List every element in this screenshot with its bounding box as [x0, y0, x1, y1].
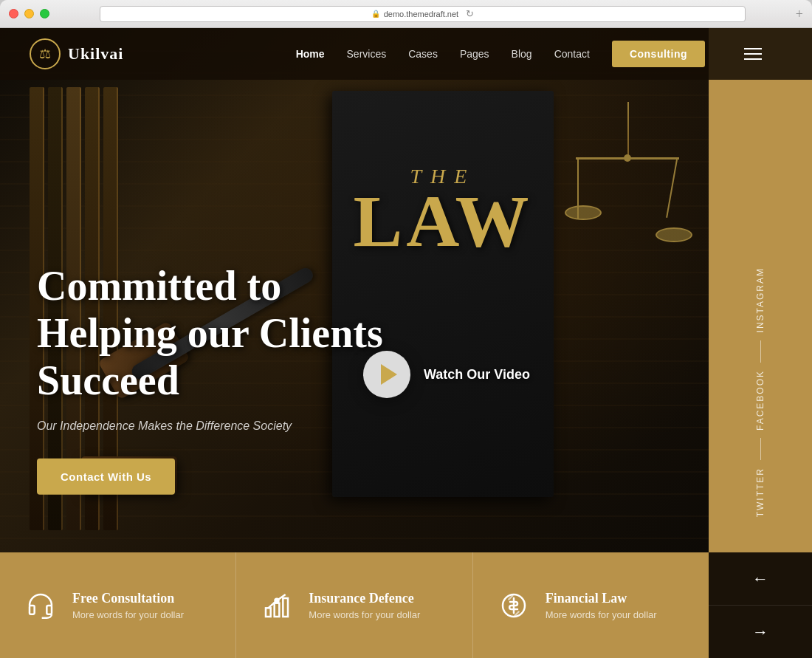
social-divider-2	[760, 438, 761, 460]
chart-svg	[262, 591, 292, 620]
refresh-icon[interactable]: ↻	[466, 8, 474, 19]
scales-chain	[627, 102, 629, 161]
scales-left-pan	[565, 205, 602, 220]
svg-rect-2	[266, 608, 271, 617]
next-arrow[interactable]: →	[709, 606, 812, 658]
svg-rect-0	[30, 606, 35, 614]
service-insurance[interactable]: Insurance Defence More words for your do…	[236, 552, 472, 658]
video-label: Watch Our Video	[424, 367, 530, 383]
hamburger-line-1	[744, 48, 762, 49]
scales-arm	[576, 157, 679, 160]
logo-text: Ukilvai	[68, 44, 123, 64]
social-links: Instagram Facebook Twitter	[751, 261, 769, 523]
service-financial-desc: More words for your dollar	[546, 609, 657, 620]
social-sidebar: Instagram Facebook Twitter	[709, 28, 812, 552]
nav-cases[interactable]: Cases	[408, 48, 438, 60]
nav-blog[interactable]: Blog	[512, 48, 532, 60]
dollar-svg	[499, 591, 529, 620]
nav-contact[interactable]: Contact	[554, 48, 590, 60]
nav-services[interactable]: Services	[347, 48, 387, 60]
scales-right-pan	[656, 227, 692, 242]
svg-rect-4	[283, 598, 289, 617]
nav-pages[interactable]: Pages	[460, 48, 489, 60]
website-content: THE LAW ⚖	[0, 28, 812, 658]
law-law-text: LAW	[354, 180, 533, 262]
logo-emblem: ⚖	[30, 38, 61, 69]
social-divider-1	[760, 340, 761, 363]
titlebar: 🔒 demo.themedraft.net ↻ +	[0, 0, 812, 28]
new-tab-button[interactable]: +	[796, 7, 803, 21]
contact-button[interactable]: Contact With Us	[37, 458, 175, 494]
service-consultation-title: Free Consultation	[72, 591, 184, 606]
navigation: ⚖ Ukilvai Home Services Cases Pages Blog…	[0, 28, 812, 80]
service-consultation-desc: More words for your dollar	[72, 609, 184, 620]
social-instagram[interactable]: Instagram	[751, 261, 769, 338]
service-insurance-title: Insurance Defence	[309, 591, 420, 606]
hamburger-menu[interactable]	[738, 42, 768, 66]
url-text: demo.themedraft.net	[384, 10, 459, 18]
minimize-button[interactable]	[24, 9, 34, 18]
service-financial-title: Financial Law	[546, 591, 657, 606]
social-twitter[interactable]: Twitter	[751, 462, 769, 523]
next-arrow-icon: →	[752, 623, 768, 642]
hero-headline: Committed to Helping our Clients Succeed	[37, 261, 391, 404]
service-insurance-text: Insurance Defence More words for your do…	[309, 591, 420, 620]
navigation-arrows: ← →	[709, 552, 812, 658]
prev-arrow-icon: ←	[752, 569, 768, 589]
headset-icon	[22, 587, 59, 624]
svg-rect-3	[275, 603, 280, 616]
lock-icon: 🔒	[371, 10, 380, 18]
logo[interactable]: ⚖ Ukilvai	[30, 38, 123, 69]
service-consultation[interactable]: Free Consultation More words for your do…	[0, 552, 236, 658]
service-insurance-desc: More words for your dollar	[309, 609, 420, 620]
hamburger-line-3	[744, 58, 762, 60]
nav-home[interactable]: Home	[296, 48, 325, 60]
video-button-area: Watch Our Video	[363, 351, 530, 398]
hamburger-line-2	[744, 53, 762, 55]
social-facebook[interactable]: Facebook	[751, 364, 769, 436]
service-consultation-text: Free Consultation More words for your do…	[72, 591, 184, 620]
address-bar[interactable]: 🔒 demo.themedraft.net ↻	[100, 6, 746, 22]
prev-arrow[interactable]: ←	[709, 552, 812, 606]
scales-right-chain	[666, 160, 678, 218]
chart-icon	[258, 587, 295, 624]
consulting-button[interactable]: Consulting	[612, 41, 705, 67]
nav-links: Home Services Cases Pages Blog Contact C…	[296, 41, 768, 67]
service-financial-text: Financial Law More words for your dollar	[546, 591, 657, 620]
scales-decoration	[561, 102, 694, 397]
headset-svg	[26, 591, 55, 620]
maximize-button[interactable]	[40, 9, 49, 18]
play-button[interactable]	[363, 351, 410, 398]
svg-rect-1	[47, 606, 52, 614]
close-button[interactable]	[9, 9, 18, 18]
svg-point-5	[275, 598, 279, 602]
dollar-icon	[495, 587, 532, 624]
hero-subtext: Our Independence Makes the Difference So…	[37, 419, 391, 432]
browser-window: 🔒 demo.themedraft.net ↻ + THE LAW	[0, 0, 812, 658]
play-icon	[380, 364, 396, 385]
law-title: THE LAW	[332, 165, 554, 255]
services-bar: Free Consultation More words for your do…	[0, 552, 709, 658]
hero-content: Committed to Helping our Clients Succeed…	[37, 261, 391, 494]
service-financial[interactable]: Financial Law More words for your dollar	[473, 552, 709, 658]
